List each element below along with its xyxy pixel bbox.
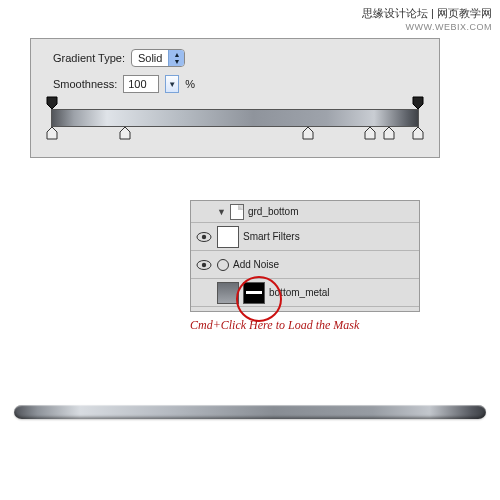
layer-group-name: grd_bottom — [248, 206, 299, 217]
smoothness-dropdown-button[interactable]: ▼ — [165, 75, 179, 93]
svg-marker-2 — [47, 127, 57, 139]
chevron-down-icon: ▼ — [217, 207, 226, 217]
opacity-stop[interactable] — [46, 96, 58, 110]
visibility-eye-icon[interactable] — [196, 231, 212, 243]
chevron-down-icon: ▼ — [168, 80, 176, 89]
stepper-icon: ▲▼ — [168, 49, 184, 67]
layer-mask-thumbnail[interactable] — [243, 282, 265, 304]
svg-marker-3 — [120, 127, 130, 139]
color-stop[interactable] — [46, 126, 58, 140]
annotation-text: Cmd+Click Here to Load the Mask — [190, 318, 359, 333]
smart-filters-row[interactable]: Smart Filters — [191, 223, 419, 251]
watermark-line1: 思缘设计论坛 | 网页教学网 — [362, 6, 492, 20]
gradient-type-value: Solid — [132, 52, 168, 64]
color-stop[interactable] — [383, 126, 395, 140]
smoothness-label: Smoothness: — [53, 78, 117, 90]
filter-row[interactable]: Add Noise — [191, 251, 419, 279]
svg-marker-7 — [413, 127, 423, 139]
svg-marker-4 — [303, 127, 313, 139]
visibility-eye-icon[interactable] — [196, 259, 212, 271]
color-stop[interactable] — [412, 126, 424, 140]
filter-name: Add Noise — [233, 259, 279, 270]
filter-effects-icon[interactable] — [217, 259, 229, 271]
svg-marker-1 — [413, 97, 423, 109]
smart-object-icon — [230, 204, 244, 220]
opacity-stop[interactable] — [412, 96, 424, 110]
percent-label: % — [185, 78, 195, 90]
layer-group-row[interactable]: ▼ grd_bottom — [191, 201, 419, 223]
smart-filters-label: Smart Filters — [243, 231, 300, 242]
color-stop[interactable] — [119, 126, 131, 140]
gradient-editor-panel: Gradient Type: Solid ▲▼ Smoothness: 100 … — [30, 38, 440, 158]
layer-thumbnail[interactable] — [217, 282, 239, 304]
svg-point-9 — [202, 234, 206, 238]
svg-point-11 — [202, 262, 206, 266]
color-stop[interactable] — [302, 126, 314, 140]
svg-marker-0 — [47, 97, 57, 109]
svg-marker-6 — [384, 127, 394, 139]
watermark-line2: WWW.WEBIX.COM — [362, 20, 492, 34]
layers-panel: ▼ grd_bottom Smart Filters Add Noise bot… — [190, 200, 420, 312]
gradient-bar[interactable] — [51, 109, 419, 127]
gradient-type-label: Gradient Type: — [53, 52, 125, 64]
base-layer-name: bottom_metal — [269, 287, 330, 298]
base-layer-row[interactable]: bottom_metal — [191, 279, 419, 307]
gradient-type-select[interactable]: Solid ▲▼ — [131, 49, 185, 67]
smart-filters-mask-thumb[interactable] — [217, 226, 239, 248]
rendered-gradient-bar — [14, 405, 486, 419]
color-stop[interactable] — [364, 126, 376, 140]
watermark: 思缘设计论坛 | 网页教学网 WWW.WEBIX.COM — [362, 6, 492, 34]
smoothness-input[interactable]: 100 — [123, 75, 159, 93]
svg-marker-5 — [365, 127, 375, 139]
